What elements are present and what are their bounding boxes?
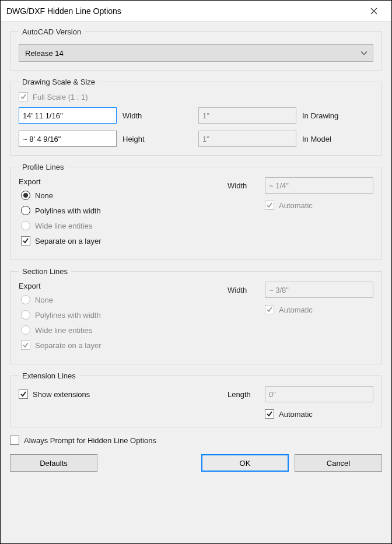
titlebar: DWG/DXF Hidden Line Options xyxy=(1,1,391,22)
drawing-scale-group: Drawing Scale & Size Full Scale (1 : 1) … xyxy=(10,78,382,156)
profile-legend: Profile Lines xyxy=(19,163,68,171)
section-wideline-radio xyxy=(21,325,30,335)
profile-lines-group: Profile Lines Export None Polylines with… xyxy=(10,163,382,260)
cancel-button[interactable]: Cancel xyxy=(295,454,382,472)
full-scale-label: Full Scale (1 : 1) xyxy=(33,93,88,101)
autocad-version-group: AutoCAD Version Release 14 xyxy=(10,27,382,71)
ext-length-input: 0" xyxy=(265,386,373,402)
window-title: DWG/DXF Hidden Line Options xyxy=(6,6,362,16)
close-button[interactable] xyxy=(362,1,386,22)
scale-legend: Drawing Scale & Size xyxy=(19,78,99,86)
section-export-label: Export xyxy=(19,282,228,290)
width-label: Width xyxy=(123,111,192,120)
dialog-content: AutoCAD Version Release 14 Drawing Scale… xyxy=(1,22,391,544)
chevron-down-icon xyxy=(360,49,368,58)
always-prompt-checkbox[interactable] xyxy=(10,436,19,445)
section-none-radio xyxy=(21,295,30,304)
section-width-input: ~ 3/8" xyxy=(265,282,373,298)
profile-automatic-checkbox xyxy=(265,201,274,210)
profile-none-radio[interactable] xyxy=(21,191,30,200)
in-drawing-label: In Drawing xyxy=(302,111,372,120)
profile-export-label: Export xyxy=(19,177,228,186)
section-legend: Section Lines xyxy=(19,267,71,276)
extension-lines-group: Extension Lines Show extensions Length 0… xyxy=(10,371,382,427)
section-polylines-radio xyxy=(21,310,30,320)
height-label: Height xyxy=(123,135,192,143)
section-lines-group: Section Lines Export None Polylines with… xyxy=(10,267,382,364)
show-extensions-checkbox[interactable] xyxy=(19,389,28,399)
section-width-label: Width xyxy=(228,286,258,294)
ok-button[interactable]: OK xyxy=(201,454,289,472)
section-automatic-checkbox xyxy=(265,305,274,314)
autocad-legend: AutoCAD Version xyxy=(19,27,85,36)
profile-width-input: ~ 1/4" xyxy=(265,177,373,194)
autocad-version-select[interactable]: Release 14 xyxy=(19,44,373,62)
ext-legend: Extension Lines xyxy=(19,371,79,380)
section-separate-checkbox xyxy=(21,341,30,350)
autocad-version-value: Release 14 xyxy=(25,49,64,58)
profile-width-label: Width xyxy=(228,181,258,190)
close-icon xyxy=(370,8,377,15)
profile-polylines-radio[interactable] xyxy=(21,206,30,215)
profile-wideline-radio xyxy=(21,221,30,230)
in-model-label: In Model xyxy=(302,135,372,143)
ext-automatic-checkbox[interactable] xyxy=(265,409,274,419)
in-model-input: 1" xyxy=(198,131,296,147)
profile-separate-checkbox[interactable] xyxy=(21,236,30,245)
always-prompt-label: Always Prompt for Hidden Line Options xyxy=(24,436,156,445)
defaults-button[interactable]: Defaults xyxy=(10,454,97,472)
in-drawing-input: 1" xyxy=(198,107,296,124)
height-input[interactable]: ~ 8' 4 9/16" xyxy=(19,131,117,147)
ext-length-label: Length xyxy=(228,390,258,399)
width-input[interactable]: 14' 11 1/16" xyxy=(19,107,117,124)
full-scale-checkbox xyxy=(19,92,28,101)
